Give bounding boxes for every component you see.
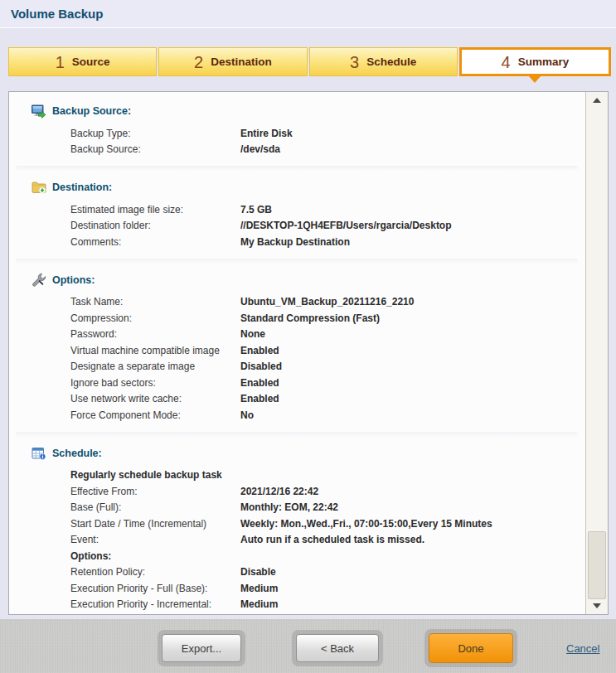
summary-row: Compression: Standard Compression (Fast): [70, 310, 586, 327]
scroll-down-button[interactable]: [586, 599, 608, 612]
summary-row: Task Name: Ubuntu_VM_Backup_20211216_221…: [70, 294, 586, 311]
done-button[interactable]: Done: [429, 633, 513, 663]
section-title: Schedule:: [52, 448, 102, 459]
summary-row: Regularly schedule backup task: [70, 467, 586, 484]
calendar-schedule-icon: [31, 446, 46, 460]
tab-number: 4: [502, 54, 511, 70]
section-title: Options:: [52, 274, 95, 286]
export-button[interactable]: Export...: [162, 634, 241, 662]
vertical-scrollbar[interactable]: [585, 92, 608, 614]
titlebar: Volume Backup: [0, 0, 616, 28]
section-title: Destination:: [52, 182, 112, 193]
tab-source[interactable]: 1 Source: [8, 47, 157, 76]
summary-content: Backup Source: Backup Type: Entire Disk …: [9, 92, 586, 614]
tab-number: 1: [56, 54, 65, 70]
footer-bar: Export... < Back Done Cancel: [0, 619, 616, 673]
wizard-steps-bar: 1 Source 2 Destination 3 Schedule 4 Summ…: [8, 47, 611, 76]
scrollbar-thumb[interactable]: [588, 531, 606, 599]
summary-row: Destination folder: //DESKTOP-1QH4EFB/Us…: [70, 218, 586, 235]
summary-row: Start Date / Time (Incremental) Weekly: …: [70, 516, 586, 532]
page-title: Volume Backup: [0, 0, 103, 27]
summary-row: Backup Source: /dev/sda: [70, 142, 586, 158]
summary-row: Retention Policy: Disable: [70, 564, 586, 581]
section-header-options: Options:: [31, 271, 586, 289]
back-button[interactable]: < Back: [296, 634, 379, 662]
active-tab-caret: [528, 75, 541, 83]
section-divider: [16, 432, 578, 438]
summary-row: Designate a separate image Disabled: [70, 359, 586, 375]
tab-summary[interactable]: 4 Summary: [459, 47, 611, 76]
summary-row: Virtual machine compatible image Enabled: [70, 342, 586, 359]
section-header-schedule: Schedule:: [31, 444, 586, 462]
summary-row: Backup Type: Entire Disk: [70, 125, 586, 142]
summary-row: Base (Full): Monthly: EOM, 22:42: [70, 500, 586, 516]
tab-number: 2: [194, 54, 203, 70]
section-divider: [16, 259, 578, 264]
summary-row: Password: None: [70, 327, 586, 343]
done-button-halo: Done: [424, 629, 517, 667]
tab-label: Source: [72, 56, 110, 68]
summary-row: Use network write cache: Enabled: [70, 391, 586, 408]
tab-number: 3: [350, 54, 359, 70]
export-button-halo: Export...: [158, 630, 245, 666]
summary-row: Event: Auto run if a scheduled task is m…: [70, 532, 586, 549]
tab-schedule[interactable]: 3 Schedule: [309, 47, 458, 76]
section-title: Backup Source:: [52, 105, 131, 117]
back-button-halo: < Back: [292, 630, 383, 666]
folder-destination-icon: [31, 181, 46, 195]
tab-label: Summary: [518, 56, 570, 68]
summary-row: Execution Priority - Full (Base): Medium: [70, 580, 586, 597]
computer-backup-icon: [31, 104, 46, 119]
summary-row: Send email None: [70, 612, 586, 614]
summary-row: Effective From: 2021/12/16 22:42: [70, 483, 586, 500]
summary-row: Comments: My Backup Destination: [70, 234, 586, 250]
summary-row: Estimated image file size: 7.5 GB: [70, 201, 586, 218]
scroll-up-button[interactable]: [586, 94, 608, 107]
summary-row: Options:: [70, 548, 586, 564]
tab-label: Destination: [211, 56, 272, 68]
tools-icon: [31, 273, 46, 287]
volume-backup-window: Volume Backup 1 Source 2 Destination 3 S…: [0, 0, 616, 673]
arrow-up-icon: [593, 98, 601, 103]
tab-label: Schedule: [366, 56, 416, 68]
summary-row: Ignore bad sectors: Enabled: [70, 375, 586, 391]
section-header-backup-source: Backup Source:: [31, 102, 586, 120]
summary-row: Force Component Mode: No: [70, 407, 586, 424]
summary-row: Execution Priority - Incremental: Medium: [70, 597, 586, 613]
cancel-link[interactable]: Cancel: [566, 642, 599, 655]
section-header-destination: Destination:: [31, 178, 586, 196]
arrow-down-icon: [593, 603, 601, 608]
summary-panel: Backup Source: Backup Type: Entire Disk …: [8, 91, 609, 615]
section-divider: [16, 166, 578, 172]
tab-destination[interactable]: 2 Destination: [158, 47, 307, 76]
